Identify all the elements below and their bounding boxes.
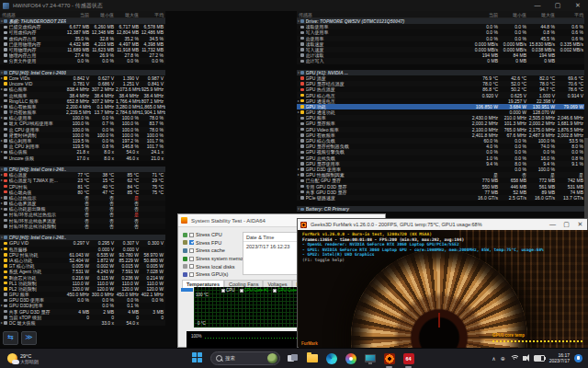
sensor-row[interactable]: 共享 GPU D3D 显存77 MB52 MB89 MB74 MB [297, 190, 585, 195]
stress-option-stress-gpu-s-[interactable]: Stress GPU(s) [183, 270, 247, 279]
sensor-row[interactable]: 核心最高值80 °C47 °C85 °C75 °C [0, 190, 165, 195]
stress-option-stress-fpu[interactable]: Stress FPU [183, 239, 247, 247]
sensor-row[interactable]: 写入使用率0.0 %0.0 %0.8 %0.6 % [297, 29, 585, 35]
taskbar-icon-file-explorer[interactable] [305, 351, 319, 365]
sensor-row[interactable]: PCIe 链路速度16.0 GT/s2.5 GT/s16.0 GT/s13.7 … [297, 195, 585, 201]
sensor-row[interactable]: ▸核心利用率119.5 %0.0 %197.2 %101.7 % [0, 138, 165, 144]
maximize-icon[interactable]: ▢ [548, 0, 568, 11]
sensor-table-header[interactable]: 传感器 当前 最小值 最大值 平均 [0, 11, 165, 18]
column-current[interactable]: 当前 [66, 12, 91, 17]
sensor-row[interactable]: GPU 频率450.0 MHz300.0 MHz450.0 MHz402.1 M… [0, 292, 165, 297]
sensor-row[interactable]: CPU封装81 °C40 °C84 °C75 °C [0, 183, 165, 189]
volume-icon[interactable] [523, 356, 526, 361]
sensor-row[interactable]: 当前 sTOP 级别0000 [0, 315, 165, 320]
sensor-row[interactable]: ▸核心频率838.4 MHz307.2 MHz2,073.6 MHz925.9 … [0, 86, 165, 92]
stress-option-stress-local-disks[interactable]: Stress local disks [183, 262, 247, 270]
notification-badge[interactable] [574, 354, 582, 362]
minimize-icon[interactable]: — [546, 219, 560, 230]
taskbar-icon-aida64[interactable] [363, 351, 377, 365]
taskbar-icon-furmark[interactable] [382, 351, 396, 365]
battery-icon[interactable] [534, 355, 545, 362]
stress-option-stress-cache[interactable]: Stress cache [183, 247, 247, 255]
sensor-row[interactable]: ▸核心有效频率2,200.4 MHz0.1 MHz3,280.0 MHz1,86… [0, 104, 165, 109]
legend-item[interactable]: CPU [221, 288, 235, 293]
sensor-row[interactable]: 读取使用率0.0 %0.0 %44.8 %0.6 % [297, 24, 585, 29]
tray-chevron-icon[interactable]: ∧ [492, 355, 495, 362]
column-sensor[interactable]: 传感器 [0, 12, 66, 17]
taskbar-icon-edge[interactable] [324, 351, 338, 365]
sensor-row[interactable]: Uncore VID0.781 V0.686 V1.251 V0.841 V [0, 81, 165, 86]
close-icon[interactable]: ✕ [568, 0, 588, 11]
sensor-row[interactable]: GPU 温度76.9 °C42.6 °C82.0 °C69.6 °C [297, 75, 585, 81]
furmark-titlebar[interactable]: Geeks3D FurMark v1.26.0.0 - 200FPS, GPU1… [298, 219, 587, 230]
sensor-row[interactable]: GPU 功耗106.850 W3.684 W130.951 W79.069 W [297, 104, 585, 109]
tray-crosshair-icon[interactable]: ⊕ [501, 355, 505, 362]
sensor-row[interactable]: 已使用物理内存4,432 MB4,203 MB4,497 MB4,398 MB [0, 41, 165, 47]
column-avg[interactable]: 平均 [141, 12, 165, 17]
sensor-row[interactable]: GPU D3D 使用率0.0 %0.0 %0.0 %0.0 % [0, 297, 165, 303]
sensor-row[interactable]: 总计写入0 MB0 MB0 MB [297, 58, 585, 63]
checkbox[interactable] [240, 289, 243, 293]
sensor-row[interactable]: GPU 核心电压0.920 V0.625 V1.000 V0.914 V [297, 92, 585, 98]
sensor-row[interactable]: 总 CPU 利用率119.5 %0.8 %146.8 %101.7 % [0, 144, 165, 149]
sensor-row[interactable]: GPU Video 频率2,100.0 MHz765.0 MHz2,175.0 … [297, 127, 585, 132]
sensor-row[interactable]: 已提交虚拟内存6,677 MB6,260 MB6,717 MB6,578 MB [0, 24, 165, 29]
sensor-row[interactable]: CPU 封装功耗61.043 W6.535 W93.780 W58.970 W [0, 252, 165, 258]
sensor-row[interactable]: ▸GPU 性能限制因素是否是是 [297, 172, 585, 178]
sensor-row[interactable]: 共享 GPU D3D 显存4 MB2 MB4 MB3 MB [0, 309, 165, 315]
sensor-row[interactable]: GPU 显存控制器负载4.0 %0.0 %74.0 %8.0 % [297, 144, 585, 149]
sensor-row[interactable]: GPU 显存结点温度78.0 °C52.0 °C78.0 °C70.6 °C [297, 81, 585, 86]
fast-forward-button[interactable]: ≫ [21, 331, 37, 345]
close-icon[interactable]: ✕ [573, 219, 587, 230]
sensor-row[interactable]: 分页文件使用0.0 %0.0 %0.0 %0.0 % [0, 58, 165, 63]
sensor-row[interactable]: GPU 显存使用率9.4 %8.0 %9.4 %9.1 % [297, 161, 585, 167]
sensor-row[interactable]: GPU 有效频率2,401.8 MHz67.6 MHz2,487.9 MHz2,… [297, 132, 585, 138]
sensor-row[interactable]: 背景时钟调制100.0 %100.0 %100.0 %100.0 % [0, 132, 165, 138]
start-button[interactable] [191, 351, 205, 365]
sensor-row[interactable]: ▸核心倍频21.8 x8.0 x54.0 x24.1 x [0, 149, 165, 155]
sensor-row[interactable]: 读取速度0.000 MB/s0.000 MB/s15.830 MB/s0.335… [297, 41, 585, 47]
sensor-section-row[interactable]: ∨Battery: CR Primary [297, 206, 585, 212]
sensor-row[interactable]: GPU 总线负载1.0 %0.0 %16.0 %0.8 % [297, 155, 585, 161]
column-avg[interactable]: 平均 [557, 12, 585, 17]
sensor-table-header[interactable]: 传感器 当前 最小值 最大值 平均 [297, 11, 585, 18]
sensor-row[interactable]: 系统 Agent 功耗7.531 W4.243 W7.591 W7.028 W [0, 269, 165, 274]
sensor-row[interactable]: IA 核心功耗52.404 W1.872 W85.229 W50.880 W [0, 258, 165, 263]
sensor-row[interactable]: GPU 显存频率2,000.2 MHz101.3 MHz2,000.2 MHz1… [297, 121, 585, 126]
sensor-row[interactable]: ▸Core VIDs0.842 V0.627 V1.390 V0.987 V [0, 75, 165, 81]
sensor-row[interactable]: 总使用率0.0 %0.0 %45.5 %0.6 % [297, 36, 585, 41]
sensor-row[interactable]: ▸核心温度与 TJMAX 距...23 °C15 °C62 °C29 °C [0, 178, 165, 183]
sensor-row[interactable]: 剩余芯片功耗0.216 W0.115 W0.236 W0.214 W [0, 274, 165, 280]
sensor-row[interactable]: PL2 功耗限制120.0 W120.0 W120.0 W120.0 W [0, 286, 165, 292]
sensor-row[interactable]: 专用 GPU D3D 显存550 MB446 MB561 MB531 MB [297, 183, 585, 189]
taskbar-icon-hwinfo64[interactable]: 64 [401, 351, 415, 365]
sensor-row[interactable]: iGPU VID0.297 V0.295 V0.307 V0.300 V [0, 240, 165, 246]
sensor-row[interactable]: GPU 热点温度86.8 °C50.2 °C94.7 °C78.6 °C [297, 86, 585, 92]
sensor-row[interactable]: 可用物理内存11,689 MB11,623 MB11,918 MB11,732 … [0, 47, 165, 52]
sensor-row[interactable]: Uncore 倍频17.0 x8.0 x46.0 x21.0 x [0, 155, 165, 161]
sensor-row[interactable]: ▸GPU 通道功耗0.000 W128.070 W [297, 109, 585, 115]
sensor-row[interactable]: ▸GPU 通道电压19.257 V22.398 V [297, 98, 585, 104]
column-max[interactable]: 最大值 [528, 12, 557, 17]
taskbar-icon-task-view[interactable] [286, 351, 300, 365]
checkbox[interactable] [189, 233, 194, 237]
stress-option-stress-cpu[interactable]: Stress CPU [183, 231, 247, 239]
sensor-row[interactable]: 总计读取194 MB84 MB194 MB [297, 52, 585, 58]
sensor-row[interactable]: ▸核心温度77 °C38 °C85 °C71 °C [0, 172, 165, 178]
sensor-row[interactable]: 虚拟内存占用35.0 %32.8 %35.2 %34.5 % [0, 36, 165, 41]
sensor-row[interactable]: PL1 功耗限制110.0 W110.0 W110.0 W110.0 W [0, 281, 165, 286]
legend-item[interactable]: CPU Core #1 [240, 288, 269, 293]
sensor-row[interactable]: 物理内存占用27.4 %26.9 %27.8 %27.2 % [0, 52, 165, 58]
sensor-row[interactable]: ▸核心使用率100.0 %0.0 %100.0 %78.0 % [0, 115, 165, 121]
sensor-row[interactable]: Ring/LLC 频率652.8 MHz307.2 MHz1,766.4 MHz… [0, 98, 165, 104]
checkbox[interactable] [189, 240, 194, 245]
column-sensor[interactable]: 传感器 [297, 12, 471, 17]
sensor-row[interactable]: 总 CPU 使用率100.0 %0.0 %100.0 %78.0 % [0, 127, 165, 132]
wifi-icon[interactable] [510, 355, 518, 362]
sensor-row[interactable]: 总线频率38.4 MHz38.4 MHz38.4 MHz38.4 MHz [0, 92, 165, 98]
stress-option-stress-system-memory[interactable]: Stress system memory [183, 255, 247, 263]
checkbox[interactable] [273, 289, 277, 293]
hwinfo-titlebar[interactable]: HWiNFO64 v7.24-4770 - 传感器状态 — ▢ ✕ [0, 0, 588, 11]
sensor-row[interactable]: ▸GPU D3D 使用率0.0 %100.0 % [297, 167, 585, 172]
sensor-row[interactable]: 平均有效频率2,239.5 MHz13.7 MHz2,784.6 MHz1,90… [0, 109, 165, 115]
